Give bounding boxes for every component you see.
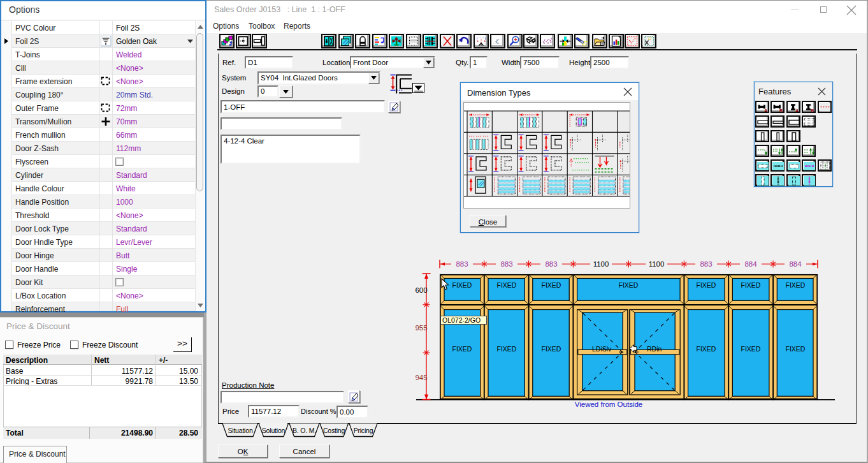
svg-text:B: B <box>779 107 783 113</box>
svg-text:A: A <box>764 107 768 113</box>
svg-text:A: A <box>795 107 799 113</box>
svg-text:B: B <box>811 107 814 113</box>
